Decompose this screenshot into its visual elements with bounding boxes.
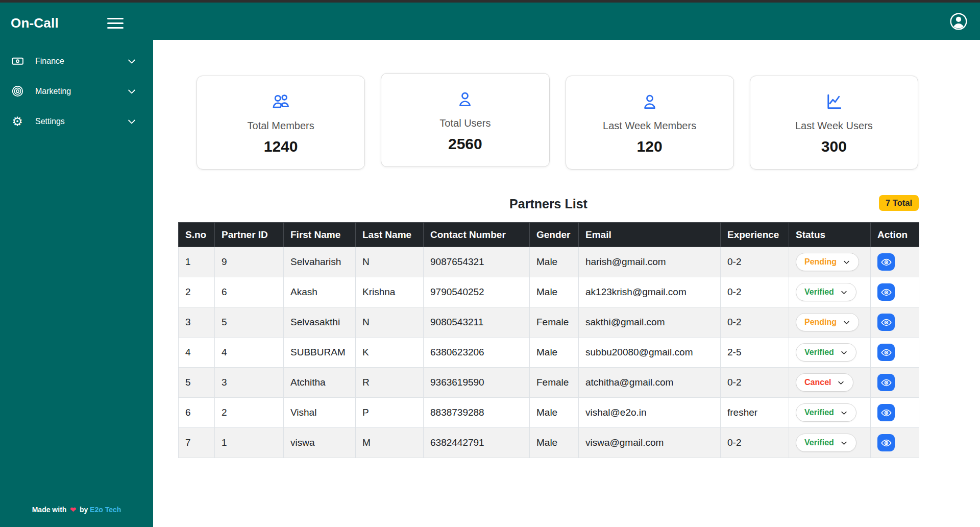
action-cell <box>871 398 919 428</box>
column-header-action: Action <box>871 223 919 247</box>
column-header-gender: Gender <box>530 223 579 247</box>
action-cell <box>871 338 919 368</box>
eye-icon <box>881 408 892 418</box>
column-header-partner-id: Partner ID <box>215 223 284 247</box>
status-badge: Cancel <box>804 378 831 387</box>
eye-icon <box>881 317 892 328</box>
serial-number-cell: 6 <box>179 398 215 428</box>
user-icon <box>456 88 474 108</box>
table-row: 53AtchithaR9363619590Femaleatchitha@gmai… <box>179 368 919 398</box>
sidebar-footer: Made with ❤ by E2o Tech <box>0 506 153 514</box>
view-button[interactable] <box>877 283 895 301</box>
status-cell: Verified <box>789 428 871 458</box>
email-cell: vishal@e2o.in <box>579 398 721 428</box>
view-button[interactable] <box>877 344 895 361</box>
status-dropdown[interactable]: Cancel <box>796 373 853 392</box>
serial-number-cell: 5 <box>179 368 215 398</box>
eye-icon <box>881 347 892 358</box>
user-avatar-icon[interactable] <box>949 12 968 31</box>
chevron-down-icon <box>843 258 850 266</box>
first-name-cell: Selvasakthi <box>284 307 356 338</box>
table-row: 35SelvasakthiN9080543211Femalesakthi@gma… <box>179 307 919 338</box>
column-header-email: Email <box>579 223 721 247</box>
sidebar-menu: Finance Marketing ⚙ Settings <box>0 46 153 136</box>
email-cell: viswa@gmail.com <box>579 428 721 458</box>
table-row: 62VishalP8838739288Malevishal@e2o.infres… <box>179 398 919 428</box>
eye-icon <box>881 287 892 298</box>
stat-card-last-week-members: Last Week Members 120 <box>566 76 734 170</box>
first-name-cell: SUBBURAM <box>284 338 356 368</box>
view-button[interactable] <box>877 314 895 331</box>
status-dropdown[interactable]: Verified <box>796 343 856 362</box>
partner-id-cell: 2 <box>215 398 284 428</box>
sidebar-item-label: Settings <box>35 117 127 126</box>
action-cell <box>871 247 919 277</box>
first-name-cell: viswa <box>284 428 356 458</box>
view-button[interactable] <box>877 374 895 391</box>
table-row: 26AkashKrishna9790540252Maleak123krish@g… <box>179 277 919 307</box>
view-button[interactable] <box>877 404 895 421</box>
experience-cell: 0-2 <box>721 428 789 458</box>
email-cell: subbu20080@gmail.com <box>579 338 721 368</box>
experience-cell: 0-2 <box>721 277 789 307</box>
experience-cell: 0-2 <box>721 368 789 398</box>
view-button[interactable] <box>877 434 895 451</box>
serial-number-cell: 1 <box>179 247 215 277</box>
stat-label: Last Week Members <box>603 120 696 132</box>
line-chart-icon <box>825 90 843 111</box>
status-dropdown[interactable]: Verified <box>796 434 856 452</box>
partner-id-cell: 9 <box>215 247 284 277</box>
status-badge: Pending <box>804 257 837 267</box>
stats-cards-row: Total Members 1240 Total Users 2560 Last… <box>197 76 918 170</box>
status-dropdown[interactable]: Pending <box>796 253 859 271</box>
status-badge: Pending <box>804 318 837 327</box>
email-cell: atchitha@gmail.com <box>579 368 721 398</box>
brand-link[interactable]: E2o Tech <box>90 506 121 514</box>
sidebar-item-finance[interactable]: Finance <box>0 46 153 76</box>
last-name-cell: R <box>356 368 424 398</box>
chevron-down-icon <box>840 439 848 447</box>
status-cell: Pending <box>789 247 871 277</box>
status-dropdown[interactable]: Pending <box>796 313 859 331</box>
last-name-cell: P <box>356 398 424 428</box>
users-icon <box>272 90 290 111</box>
gender-cell: Female <box>530 368 579 398</box>
action-cell <box>871 428 919 458</box>
stat-value: 300 <box>821 138 847 155</box>
contact-number-cell: 9080543211 <box>424 307 530 338</box>
status-cell: Verified <box>789 277 871 307</box>
made-with-text: Made with <box>32 506 67 514</box>
partner-id-cell: 4 <box>215 338 284 368</box>
chevron-down-icon <box>843 319 850 326</box>
status-dropdown[interactable]: Verified <box>796 283 856 301</box>
last-name-cell: N <box>356 307 424 338</box>
stat-value: 1240 <box>264 138 298 155</box>
gear-icon: ⚙ <box>11 115 24 128</box>
first-name-cell: Akash <box>284 277 356 307</box>
sidebar-item-settings[interactable]: ⚙ Settings <box>0 106 153 136</box>
status-dropdown[interactable]: Verified <box>796 403 856 422</box>
last-name-cell: N <box>356 247 424 277</box>
hamburger-menu-icon[interactable] <box>107 15 124 32</box>
column-header-experience: Experience <box>721 223 789 247</box>
table-header-row: S.noPartner IDFirst NameLast NameContact… <box>179 223 919 247</box>
gender-cell: Male <box>530 247 579 277</box>
contact-number-cell: 9363619590 <box>424 368 530 398</box>
user-icon <box>641 90 658 111</box>
stat-card-last-week-users: Last Week Users 300 <box>750 76 918 170</box>
experience-cell: 0-2 <box>721 247 789 277</box>
view-button[interactable] <box>877 253 895 271</box>
eye-icon <box>881 377 892 388</box>
chevron-down-icon <box>127 116 137 127</box>
stat-card-total-users: Total Users 2560 <box>381 73 549 167</box>
email-cell: sakthi@gmail.com <box>579 307 721 338</box>
sidebar-item-label: Finance <box>35 57 127 66</box>
partners-table: S.noPartner IDFirst NameLast NameContact… <box>178 222 919 458</box>
gender-cell: Female <box>530 307 579 338</box>
main-content: Total Members 1240 Total Users 2560 Last… <box>153 40 980 527</box>
sidebar-item-marketing[interactable]: Marketing <box>0 76 153 106</box>
heart-icon: ❤ <box>68 506 78 514</box>
chevron-down-icon <box>840 409 848 417</box>
action-cell <box>871 368 919 398</box>
eye-icon <box>881 257 892 268</box>
